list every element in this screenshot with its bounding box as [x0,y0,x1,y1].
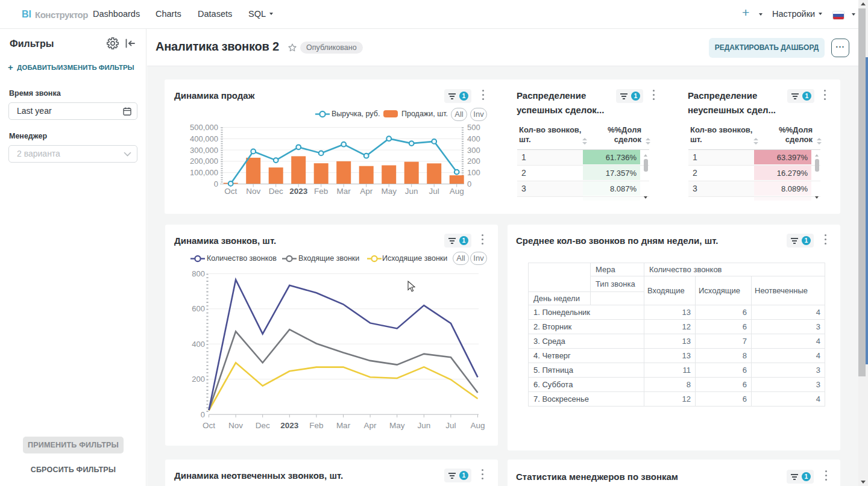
svg-text:0: 0 [201,410,205,419]
svg-text:Dec: Dec [269,187,283,196]
svg-text:2023: 2023 [289,187,308,196]
svg-text:Aug: Aug [450,187,464,196]
svg-text:Apr: Apr [364,421,377,430]
svg-text:200,000: 200,000 [190,157,218,166]
svg-text:Apr: Apr [360,187,373,196]
svg-text:Feb: Feb [309,421,323,430]
svg-text:Feb: Feb [314,187,328,196]
svg-text:Aug: Aug [470,421,485,430]
svg-text:100: 100 [467,168,480,177]
svg-text:Oct: Oct [203,421,215,430]
svg-text:500: 500 [467,123,480,132]
svg-text:800: 800 [192,269,205,278]
svg-text:Nov: Nov [228,421,243,430]
svg-text:Dec: Dec [256,421,270,430]
svg-text:0: 0 [214,179,218,188]
svg-text:Jul: Jul [445,421,456,430]
svg-text:Jun: Jun [417,421,430,430]
svg-text:0: 0 [467,179,471,188]
svg-text:Mar: Mar [336,421,351,430]
svg-text:300,000: 300,000 [190,146,218,155]
svg-text:600: 600 [192,304,205,313]
svg-text:Oct: Oct [224,187,237,196]
svg-text:Mar: Mar [337,187,351,196]
svg-text:Nov: Nov [246,187,260,196]
svg-text:200: 200 [192,375,205,384]
svg-text:2023: 2023 [280,421,299,430]
svg-text:200: 200 [467,157,480,166]
svg-text:300: 300 [467,146,480,155]
svg-text:500,000: 500,000 [190,123,218,132]
svg-text:400,000: 400,000 [190,134,218,143]
svg-text:May: May [389,421,405,430]
svg-text:Jul: Jul [429,187,439,196]
svg-text:May: May [381,187,397,196]
svg-text:Jun: Jun [405,187,418,196]
svg-text:400: 400 [192,340,205,349]
svg-text:400: 400 [467,134,480,143]
svg-text:100,000: 100,000 [190,168,218,177]
